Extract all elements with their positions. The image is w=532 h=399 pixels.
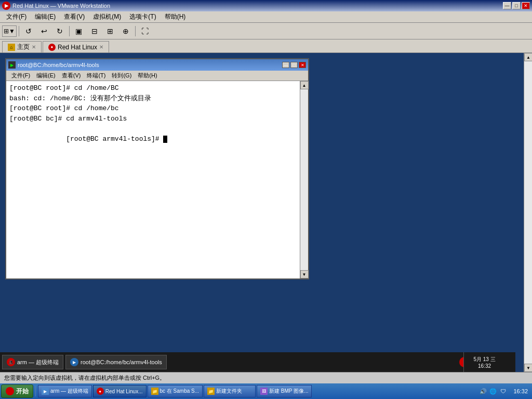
toolbar-btn-2[interactable]: ↩ (37, 25, 51, 37)
win-task-folder-label: 新建文件夹 (216, 388, 242, 395)
terminal-line-1: [root@BC root]# cd /home/BC (9, 83, 297, 94)
scroll-down[interactable]: ▼ (300, 270, 309, 278)
close-button[interactable]: ✕ (522, 2, 530, 9)
tab-bar: ⌂ 主页 ✕ ● Red Hat Linux ✕ (0, 39, 532, 53)
win-task-linux[interactable]: ● Red Hat Linux... (93, 385, 147, 397)
menu-vm[interactable]: 虚拟机(M) (89, 11, 125, 22)
terminal-title-controls: — □ ✕ (282, 62, 306, 68)
tab-linux[interactable]: ● Red Hat Linux ✕ (43, 41, 109, 52)
tab-linux-label: Red Hat Linux (58, 44, 97, 51)
menu-view[interactable]: 查看(V) (60, 11, 89, 22)
win-task-image-label: 新建 BMP 图像... (269, 388, 308, 395)
menu-tabs[interactable]: 选项卡(T) (125, 11, 160, 22)
window-title: Red Hat Linux — VMware Workstation (12, 3, 110, 9)
right-scrollbar[interactable]: ▲ ▼ (524, 53, 532, 372)
toolbar-btn-3[interactable]: ↻ (52, 25, 67, 37)
term-menu-terminal[interactable]: 终端(T) (84, 71, 109, 80)
terminal-line-3: [root@BC root]# cd /home/bc (9, 103, 297, 114)
sys-icon-1: 🔊 (479, 387, 487, 395)
vm-time: 16:32 (478, 363, 491, 369)
terminal-line-2: bash: cd: /home/BC: 没有那个文件或目录 (9, 94, 297, 104)
vmware-scroll-up[interactable]: ▲ (524, 53, 532, 61)
toolbar-btn-1[interactable]: ↺ (21, 25, 36, 37)
vm-task-arm-label: arm — 超级终端 (17, 358, 59, 366)
win-task-samba-icon: 📁 (151, 388, 158, 395)
tab-home[interactable]: ⌂ 主页 ✕ (2, 41, 42, 52)
menu-help[interactable]: 帮助(H) (161, 11, 190, 22)
start-icon (6, 387, 14, 395)
term-menu-goto[interactable]: 转到(G) (109, 71, 135, 80)
win-task-image-icon: 🖼 (260, 388, 268, 395)
vm-task-term-icon: ▶ (70, 358, 78, 366)
vmware-scroll-track[interactable] (524, 61, 532, 364)
notification-text: 您需要输入定向到该虚拟机，请在虚拟机内部单击或按 Ctrl+G。 (4, 374, 165, 382)
minimize-button[interactable]: — (503, 2, 511, 9)
tab-home-close[interactable]: ✕ (32, 44, 36, 50)
toolbar-btn-7[interactable]: ⊕ (118, 25, 133, 37)
terminal-window: ▶ root@BC:/home/bc/armv4l-tools — □ ✕ 文件… (5, 58, 309, 280)
sys-icon-2: 🌐 (489, 387, 497, 395)
vm-date: 5月 13 三 (473, 356, 495, 363)
terminal-line-4: [root@BC bc]# cd armv4l-tools (9, 114, 297, 124)
menu-edit[interactable]: 编辑(E) (31, 11, 60, 22)
toolbar-btn-6[interactable]: ⊞ (103, 25, 117, 37)
menu-file[interactable]: 文件(F) (2, 11, 31, 22)
vm-display[interactable]: ▶ root@BC:/home/bc/armv4l-tools — □ ✕ 文件… (0, 53, 524, 372)
maximize-button[interactable]: □ (512, 2, 521, 9)
win-task-linux-label: Red Hat Linux... (105, 389, 143, 394)
notification-bar: 您需要输入定向到该虚拟机，请在虚拟机内部单击或按 Ctrl+G。 (0, 372, 532, 383)
term-menu-view[interactable]: 查看(V) (59, 71, 84, 80)
win-task-samba-label: bc 在 Samba S... (160, 388, 200, 395)
terminal-scrollbar[interactable]: ▲ ▼ (300, 81, 308, 278)
term-menu-file[interactable]: 文件(F) (8, 71, 33, 80)
title-bar: ▶ Red Hat Linux — VMware Workstation — □… (0, 0, 532, 11)
term-menu-edit[interactable]: 编辑(E) (33, 71, 59, 80)
term-menu-help[interactable]: 帮助(H) (135, 71, 160, 80)
main-content: ▶ root@BC:/home/bc/armv4l-tools — □ ✕ 文件… (0, 53, 532, 372)
terminal-icon: ▶ (8, 61, 16, 69)
terminal-close[interactable]: ✕ (299, 62, 306, 68)
terminal-menu-bar: 文件(F) 编辑(E) 查看(V) 终端(T) 转到(G) 帮助(H) (6, 71, 308, 81)
start-button[interactable]: 开始 (1, 384, 33, 398)
taskbar-separator-1 (35, 386, 36, 396)
vmware-window: ▶ Red Hat Linux — VMware Workstation — □… (0, 0, 532, 399)
terminal-title-bar: ▶ root@BC:/home/bc/armv4l-tools — □ ✕ (6, 59, 308, 71)
terminal-title-text: root@BC:/home/bc/armv4l-tools (18, 62, 99, 68)
scroll-track[interactable] (300, 89, 308, 270)
terminal-line-5: [root@BC armv4l-tools]# (9, 124, 297, 154)
terminal-minimize[interactable]: — (282, 62, 289, 68)
win-task-image[interactable]: 🖼 新建 BMP 图像... (257, 385, 312, 397)
vm-task-term-label: root@BC:/home/bc/armv4l-tools (81, 359, 162, 365)
win-task-folder[interactable]: 📁 新建文件夹 (204, 385, 256, 397)
terminal-body[interactable]: [root@BC root]# cd /home/BC bash: cd: /h… (6, 81, 300, 278)
vm-task-arm-icon: 🎩 (7, 358, 15, 366)
toolbar: ⊞▼ ↺ ↩ ↻ ▣ ⊟ ⊞ ⊕ ⛶ (0, 23, 532, 39)
terminal-content-area: [root@BC root]# cd /home/BC bash: cd: /h… (6, 81, 308, 278)
tab-linux-close[interactable]: ✕ (99, 44, 103, 50)
toolbar-btn-4[interactable]: ▣ (72, 25, 86, 37)
vm-taskbar: 🎩 arm — 超级终端 ▶ root@BC:/home/bc/armv4l-t… (0, 352, 515, 372)
vmware-scroll-down[interactable]: ▼ (524, 364, 532, 372)
vm-task-arm[interactable]: 🎩 arm — 超级终端 (2, 355, 63, 369)
menu-bar: 文件(F) 编辑(E) 查看(V) 虚拟机(M) 选项卡(T) 帮助(H) (0, 11, 532, 23)
vm-task-term[interactable]: ▶ root@BC:/home/bc/armv4l-tools (65, 355, 167, 369)
vmware-icon: ▶ (2, 2, 10, 10)
win-clock: 16:32 (510, 388, 531, 394)
tab-home-label: 主页 (17, 43, 30, 51)
win-taskbar: 开始 ▶ arm — 超级终端 ● Red Hat Linux... 📁 bc … (0, 383, 532, 399)
start-label: 开始 (16, 387, 29, 396)
scroll-up[interactable]: ▲ (300, 81, 309, 89)
toolbar-btn-fullscreen[interactable]: ⛶ (138, 25, 152, 37)
terminal-title-left: ▶ root@BC:/home/bc/armv4l-tools (8, 61, 99, 69)
win-task-arm-icon: ▶ (42, 388, 49, 395)
title-bar-controls: — □ ✕ (503, 2, 530, 9)
system-tray: 🔊 🌐 🛡 (477, 387, 509, 395)
terminal-maximize[interactable]: □ (290, 62, 298, 68)
toolbar-btn-5[interactable]: ⊟ (87, 25, 102, 37)
toolbar-separator-3 (135, 26, 136, 36)
win-task-samba[interactable]: 📁 bc 在 Samba S... (148, 385, 203, 397)
home-icon: ⌂ (8, 44, 15, 51)
sys-icon-3: 🛡 (499, 387, 507, 395)
win-task-arm[interactable]: ▶ arm — 超级终端 (38, 385, 92, 397)
toolbar-dropdown-1[interactable]: ⊞▼ (2, 25, 17, 37)
